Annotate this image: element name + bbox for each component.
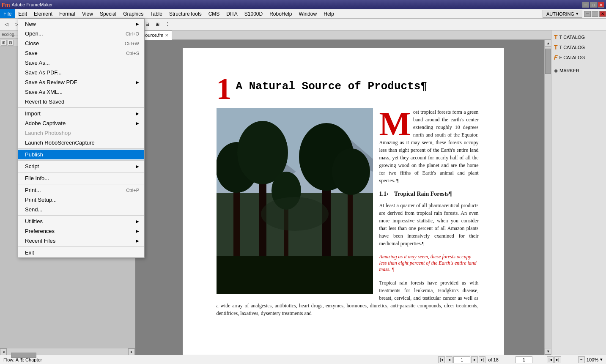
menu-file[interactable]: File xyxy=(0,9,15,18)
window-minimize[interactable]: ─ xyxy=(584,11,591,17)
menu-item-exit[interactable]: Exit xyxy=(18,248,144,257)
para-label: ¶: Chapter xyxy=(20,357,42,362)
scroll-right-btn[interactable]: ▸ xyxy=(128,348,135,355)
menu-help[interactable]: Help xyxy=(320,9,337,18)
menu-cms[interactable]: CMS xyxy=(205,9,223,18)
menu-item-adobe-captivate[interactable]: Adobe Captivate ▶ xyxy=(18,118,144,128)
menu-item-file-info[interactable]: File Info... xyxy=(18,173,144,183)
zoom-minus-btn[interactable]: − xyxy=(578,356,585,363)
menu-sep-2 xyxy=(18,148,144,149)
menu-item-save-as-pdf[interactable]: Save As PDF... xyxy=(18,68,144,77)
menu-graphics[interactable]: Graphics xyxy=(120,9,147,18)
t-catalog-2-icon: T xyxy=(554,44,558,51)
panel-btn-2[interactable]: ⊟ xyxy=(8,40,14,46)
menu-table[interactable]: Table xyxy=(147,9,166,18)
menu-item-save-xml[interactable]: Save As XML... xyxy=(18,87,144,97)
authoring-badge[interactable]: AUTHORING ▾ xyxy=(543,10,582,18)
menu-structuretools[interactable]: StructureTools xyxy=(166,9,205,18)
menu-item-publish-label: Publish xyxy=(25,151,43,158)
vert-scrollbar[interactable]: ▴ ▾ xyxy=(544,40,551,355)
scroll-thumb-h[interactable] xyxy=(11,353,36,358)
page-first-btn[interactable]: |◂ xyxy=(438,356,445,363)
doc-tab-close[interactable]: ✕ xyxy=(165,33,168,38)
body-section: M ost tropical forests form a green band… xyxy=(217,108,479,323)
scroll-track-v xyxy=(545,47,551,348)
title-bar-title: Adobe FrameMaker xyxy=(12,2,53,7)
menu-item-save-as[interactable]: Save As... xyxy=(18,58,144,68)
menu-item-import-label: Import xyxy=(25,110,41,117)
catalog-item-marker[interactable]: ◆ MARKER xyxy=(551,66,606,75)
t-catalog-1-label: T CATALOG xyxy=(559,35,585,40)
menu-sep-1 xyxy=(18,107,144,108)
horiz-scrollbar[interactable]: ◂ ▸ xyxy=(0,348,135,355)
catalog-item-f[interactable]: F F CATALOG xyxy=(551,52,606,63)
close-button[interactable]: ✕ xyxy=(598,2,604,8)
menu-item-open[interactable]: Open... Ctrl+O xyxy=(18,29,144,38)
svg-point-11 xyxy=(332,148,370,195)
menu-robohelp[interactable]: RoboHelp xyxy=(266,9,295,18)
menu-sep-3 xyxy=(18,160,144,161)
toolbar-back[interactable]: ◁ xyxy=(2,20,11,29)
menu-element[interactable]: Element xyxy=(30,9,56,18)
menu-s1000d[interactable]: S1000D xyxy=(241,9,266,18)
menu-item-save-review-arrow: ▶ xyxy=(136,80,139,85)
menu-special[interactable]: Special xyxy=(96,9,120,18)
chapter-title: A Natural Source of Products¶ xyxy=(236,74,427,93)
page-prev-btn[interactable]: ◂ xyxy=(446,356,452,363)
window-close[interactable]: ✕ xyxy=(599,11,606,17)
menu-item-new[interactable]: New ▶ xyxy=(18,19,144,29)
menu-item-send[interactable]: Send... xyxy=(18,205,144,214)
menu-item-robo-label: Launch RoboScreenCapture xyxy=(25,140,95,146)
title-bar-controls[interactable]: ─ □ ✕ xyxy=(582,2,604,8)
panel-spacer xyxy=(551,63,606,66)
menu-item-import[interactable]: Import ▶ xyxy=(18,109,144,118)
toolbar-extra[interactable]: ⋮ xyxy=(163,20,172,29)
menu-item-preferences[interactable]: Preferences ▶ xyxy=(18,226,144,236)
scroll-down-btn[interactable]: ▾ xyxy=(545,348,551,355)
catalog-item-t2[interactable]: T T CATALOG xyxy=(551,42,606,52)
page-number-input[interactable] xyxy=(453,356,470,363)
menu-item-save[interactable]: Save Ctrl+S xyxy=(18,48,144,58)
menu-item-print-setup-label: Print Setup... xyxy=(25,197,57,203)
window-restore[interactable]: □ xyxy=(592,11,598,17)
left-panel-label: ecolog... xyxy=(2,32,18,37)
page-next-btn[interactable]: ▸ xyxy=(471,356,478,363)
menu-item-revert[interactable]: Revert to Saved xyxy=(18,97,144,107)
menu-item-recent-arrow: ▶ xyxy=(136,238,139,243)
f-catalog-label: F CATALOG xyxy=(559,55,585,60)
scroll-up-btn[interactable]: ▴ xyxy=(545,40,551,47)
page-next-2-btn[interactable]: ▸| xyxy=(554,356,561,363)
menu-window[interactable]: Window xyxy=(296,9,321,18)
menu-view[interactable]: View xyxy=(79,9,96,18)
menu-item-print[interactable]: Print... Ctrl+P xyxy=(18,185,144,195)
page-prev-2-btn[interactable]: |◂ xyxy=(547,356,554,363)
forest-image xyxy=(217,108,373,294)
menu-item-publish[interactable]: Publish xyxy=(18,150,144,159)
menu-item-import-arrow: ▶ xyxy=(136,111,139,116)
marker-label: MARKER xyxy=(559,68,579,73)
menu-item-utilities-label: Utilities xyxy=(25,218,43,224)
toolbar-cols[interactable]: ⊞ xyxy=(153,20,162,29)
menu-item-launch-robo[interactable]: Launch RoboScreenCapture xyxy=(18,138,144,148)
minimize-button[interactable]: ─ xyxy=(582,2,589,8)
menu-edit[interactable]: Edit xyxy=(15,9,30,18)
menu-item-recent-files[interactable]: Recent Files ▶ xyxy=(18,236,144,246)
maximize-button[interactable]: □ xyxy=(590,2,597,8)
menu-item-save-review[interactable]: Save As Review PDF ▶ xyxy=(18,77,144,87)
page-input-field-2[interactable] xyxy=(516,356,532,363)
file-menu-dropdown: New ▶ Open... Ctrl+O Close Ctrl+W Save C… xyxy=(18,19,145,258)
menu-format[interactable]: Format xyxy=(56,9,79,18)
scroll-left-btn[interactable]: ◂ xyxy=(0,348,7,355)
panel-btn-1[interactable]: ⊞ xyxy=(1,40,7,46)
menu-item-print-setup[interactable]: Print Setup... xyxy=(18,195,144,205)
scroll-thumb-v[interactable] xyxy=(545,49,551,74)
page-last-btn[interactable]: ▸| xyxy=(479,356,485,363)
menu-sep-7 xyxy=(18,246,144,247)
menu-item-utilities[interactable]: Utilities ▶ xyxy=(18,216,144,226)
menu-item-close[interactable]: Close Ctrl+W xyxy=(18,38,144,48)
menu-dita[interactable]: DITA xyxy=(223,9,241,18)
menu-item-photoshop-label: Launch Photoshop xyxy=(25,130,71,136)
page-area: 1 A Natural Source of Products¶ xyxy=(135,40,551,355)
menu-item-script[interactable]: Script ▶ xyxy=(18,161,144,171)
catalog-item-t1[interactable]: T T CATALOG xyxy=(551,32,606,42)
